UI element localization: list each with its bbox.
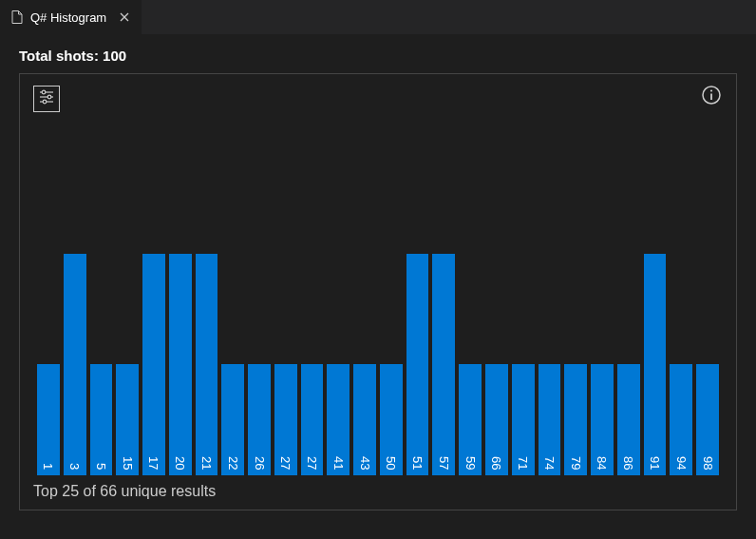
bar-label: 74: [542, 456, 557, 475]
bar[interactable]: 98: [696, 364, 719, 475]
bar-label: 94: [674, 456, 689, 475]
bar[interactable]: 27: [274, 364, 297, 475]
bar[interactable]: 66: [485, 364, 508, 475]
bar[interactable]: 3: [64, 254, 86, 475]
bar-label: 26: [253, 456, 267, 475]
bar[interactable]: 50: [380, 364, 403, 475]
bar-label: 22: [226, 456, 240, 475]
bar[interactable]: 17: [142, 254, 165, 475]
bar-label: 15: [121, 456, 135, 475]
bar[interactable]: 79: [564, 364, 587, 475]
bar[interactable]: 22: [221, 364, 244, 475]
bar-label: 98: [701, 456, 715, 475]
controls-row: [33, 86, 723, 114]
tab-qsharp-histogram[interactable]: Q# Histogram: [0, 0, 142, 34]
bar[interactable]: 74: [539, 364, 561, 475]
svg-point-1: [42, 90, 46, 94]
bar[interactable]: 91: [644, 254, 667, 475]
bar[interactable]: 84: [591, 364, 614, 475]
content-area: Total shots: 100: [0, 34, 756, 529]
bar-label: 51: [410, 456, 425, 475]
info-button[interactable]: [700, 86, 723, 108]
settings-button[interactable]: [33, 86, 60, 112]
bar[interactable]: 20: [169, 254, 192, 475]
info-icon: [701, 85, 722, 109]
bar-label: 20: [173, 456, 187, 475]
bar-label: 17: [146, 456, 161, 475]
histogram-panel: 1351517202122262727414350515759667174798…: [19, 73, 737, 510]
tab-bar: Q# Histogram: [0, 0, 756, 34]
bar[interactable]: 51: [406, 254, 429, 475]
bar-label: 43: [358, 456, 372, 475]
bar[interactable]: 26: [248, 364, 271, 475]
bar-label: 59: [463, 456, 478, 475]
bar-label: 91: [648, 456, 662, 475]
bar-label: 3: [67, 463, 82, 475]
bar[interactable]: 27: [301, 364, 324, 475]
bar-label: 5: [94, 463, 108, 475]
bars-area: 1351517202122262727414350515759667174798…: [33, 114, 723, 475]
bar[interactable]: 5: [90, 364, 113, 475]
bar[interactable]: 94: [670, 364, 692, 475]
bar-label: 86: [621, 456, 635, 475]
bar-label: 1: [41, 463, 55, 475]
svg-point-5: [43, 100, 47, 104]
bar[interactable]: 21: [196, 254, 218, 475]
bar-label: 50: [384, 456, 398, 475]
bar-label: 41: [331, 456, 346, 475]
bar[interactable]: 15: [116, 364, 139, 475]
bar[interactable]: 71: [512, 364, 535, 475]
bar-label: 71: [516, 456, 530, 475]
bar[interactable]: 41: [327, 364, 350, 475]
bar[interactable]: 1: [37, 364, 60, 475]
bar-label: 66: [489, 456, 503, 475]
total-shots-label: Total shots: 100: [19, 48, 737, 64]
bar-label: 84: [595, 456, 609, 475]
bar[interactable]: 43: [353, 364, 376, 475]
svg-point-3: [47, 95, 51, 99]
svg-point-7: [710, 89, 712, 91]
close-icon[interactable]: [118, 10, 131, 24]
bar-label: 79: [569, 456, 583, 475]
bar[interactable]: 57: [432, 254, 455, 475]
bar-label: 57: [437, 456, 451, 475]
file-icon: [9, 10, 25, 25]
bar-label: 21: [199, 456, 214, 475]
bar[interactable]: 86: [617, 364, 640, 475]
bar-label: 27: [278, 456, 293, 475]
tab-title: Q# Histogram: [30, 10, 106, 25]
histogram-caption: Top 25 of 66 unique results: [33, 483, 723, 500]
bar-label: 27: [305, 456, 319, 475]
sliders-icon: [38, 88, 55, 109]
bar[interactable]: 59: [459, 364, 482, 475]
